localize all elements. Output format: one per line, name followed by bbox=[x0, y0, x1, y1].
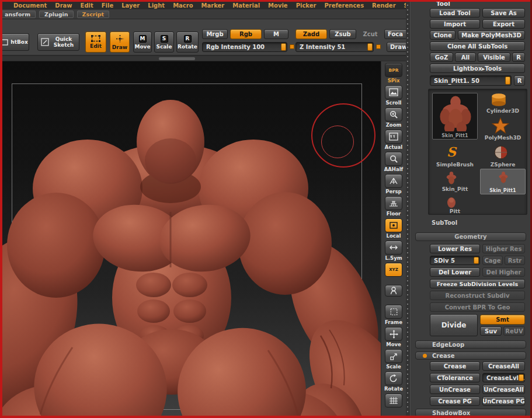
shelf-frame-button[interactable]: Frame bbox=[385, 305, 402, 325]
simplebrush-label[interactable]: SimpleBrush bbox=[429, 162, 481, 168]
smt-button[interactable]: Smt bbox=[480, 315, 525, 325]
move-button[interactable]: M Move bbox=[133, 32, 152, 53]
skin-pitt-label[interactable]: Skin_Pitt bbox=[429, 186, 481, 192]
make-polymesh3d-button[interactable]: Make PolyMesh3D bbox=[458, 30, 525, 40]
shelf-floor-button[interactable]: Floor bbox=[385, 196, 402, 217]
panel-divider[interactable] bbox=[406, 0, 410, 418]
menu-render[interactable]: Render bbox=[368, 2, 399, 9]
shelf-bpr-button[interactable]: BPR SPix bbox=[385, 63, 402, 83]
menu-movie[interactable]: Movie bbox=[264, 2, 292, 9]
menu-file[interactable]: File bbox=[98, 2, 117, 9]
crease-section-header[interactable]: Crease bbox=[415, 351, 526, 360]
shelf-scrollbar-handle[interactable] bbox=[159, 57, 195, 60]
uncrease-pg-button[interactable]: UnCrease PG bbox=[482, 396, 525, 406]
menu-zscript[interactable]: Zscript bbox=[77, 11, 109, 18]
pitt-label[interactable]: Pitt bbox=[429, 208, 481, 214]
menu-picker[interactable]: Picker bbox=[292, 2, 321, 9]
reuv-button[interactable]: ReUV bbox=[503, 326, 525, 336]
shelf-local-button[interactable]: Local bbox=[385, 218, 402, 239]
menu-draw[interactable]: Draw bbox=[51, 2, 76, 9]
higher-res-button[interactable]: Higher Res bbox=[482, 244, 525, 253]
m-button[interactable]: M bbox=[264, 29, 288, 39]
shelf-move-button[interactable]: Move bbox=[385, 327, 402, 347]
shelf-transp-button[interactable] bbox=[385, 285, 402, 303]
shelf-zoom-button[interactable]: Zoom bbox=[385, 107, 402, 128]
suv-button[interactable]: Suv bbox=[480, 326, 502, 336]
shelf-scroll-button[interactable]: Scroll bbox=[385, 85, 402, 106]
import-button[interactable]: Import bbox=[430, 19, 480, 29]
menu-light[interactable]: Light bbox=[144, 2, 169, 9]
shelf-scrollbar[interactable] bbox=[0, 55, 406, 61]
export-button[interactable]: Export bbox=[482, 19, 525, 29]
convert-bpr-button[interactable]: Convert BPR To Geo bbox=[430, 302, 525, 312]
polymesh3d-star-icon[interactable] bbox=[492, 117, 509, 134]
quick-sketch-button[interactable]: Quick Sketch bbox=[37, 33, 79, 51]
tool-r-button[interactable]: R bbox=[514, 75, 525, 86]
divide-button[interactable]: Divide bbox=[430, 314, 478, 336]
lightbox-button[interactable]: htBox bbox=[0, 33, 29, 51]
del-lower-button[interactable]: Del Lower bbox=[430, 267, 480, 277]
shelf-rotate-button[interactable]: Rotate bbox=[384, 371, 403, 392]
shelf-xyz-button[interactable]: XYZ bbox=[385, 263, 402, 283]
goz-all-button[interactable]: All bbox=[455, 53, 476, 62]
menu-material[interactable]: Material bbox=[228, 2, 264, 9]
creaselvl-slider[interactable]: CreaseLvl 15 bbox=[482, 373, 525, 382]
menu-document[interactable]: Document bbox=[9, 2, 51, 9]
draw-button[interactable]: Draw bbox=[110, 32, 130, 53]
rgb-intensity-slider[interactable]: Rgb Intensity 100 bbox=[202, 42, 287, 52]
z-intensity-nub[interactable] bbox=[376, 44, 381, 49]
lightbox-tools-button[interactable]: Lightbox▸Tools bbox=[430, 64, 525, 73]
shelf-scale-button[interactable]: Scale bbox=[385, 349, 402, 370]
crease-pg-button[interactable]: Crease PG bbox=[430, 396, 480, 406]
menu-preferences[interactable]: Preferences bbox=[320, 2, 368, 9]
save-as-button[interactable]: Save As bbox=[482, 8, 525, 18]
zsphere-icon[interactable] bbox=[494, 145, 508, 159]
rstr-button[interactable]: Rstr bbox=[505, 256, 525, 265]
clone-button[interactable]: Clone bbox=[430, 30, 455, 40]
lower-res-button[interactable]: Lower Res bbox=[430, 244, 480, 253]
shelf-aahalf-button[interactable]: AAHalf bbox=[384, 152, 404, 172]
cylinder3d-icon[interactable] bbox=[489, 93, 508, 107]
shelf-lsym-button[interactable]: L.Sym bbox=[385, 241, 402, 261]
z-intensity-slider[interactable]: Z Intensity 51 bbox=[295, 42, 374, 52]
menu-transform[interactable]: ansform bbox=[0, 11, 36, 18]
skin-pitt1-selected-thumbnail[interactable]: Skin_Pitt1 bbox=[480, 169, 526, 194]
rgb-intensity-handle[interactable] bbox=[281, 43, 286, 51]
scale-button[interactable]: S Scale bbox=[154, 32, 174, 53]
uncreaseall-button[interactable]: UnCreaseAll bbox=[482, 385, 525, 394]
subtool-section-header[interactable]: SubTool bbox=[415, 218, 526, 227]
cage-button[interactable]: Cage bbox=[482, 256, 503, 265]
zsphere-label[interactable]: ZSphere bbox=[480, 162, 526, 168]
active-tool-thumbnail[interactable]: Skin_Pitt1 bbox=[432, 93, 478, 140]
geometry-section-header[interactable]: Geometry bbox=[415, 232, 526, 241]
polymesh3d-label[interactable]: PolyMesh3D bbox=[480, 135, 526, 141]
uncrease-button[interactable]: UnCrease bbox=[430, 385, 480, 394]
menu-edit[interactable]: Edit bbox=[77, 2, 98, 9]
creaseall-button[interactable]: CreaseAll bbox=[482, 361, 525, 371]
clone-all-subtools-button[interactable]: Clone All SubTools bbox=[430, 41, 525, 51]
creaselvl-handle[interactable] bbox=[519, 374, 524, 381]
menu-macro[interactable]: Macro bbox=[169, 2, 197, 9]
zcut-button[interactable]: Zcut bbox=[359, 30, 382, 39]
shelf-persp-button[interactable]: Persp bbox=[385, 174, 402, 194]
shelf-partial-button[interactable] bbox=[385, 393, 402, 414]
zsub-button[interactable]: Zsub bbox=[329, 29, 356, 39]
menu-marker[interactable]: Marker bbox=[197, 2, 229, 9]
active-tool-slider-handle[interactable] bbox=[505, 76, 510, 85]
shelf-actual-button[interactable]: Actual bbox=[385, 130, 402, 150]
edgeloop-section-header[interactable]: EdgeLoop bbox=[415, 340, 526, 349]
load-tool-button[interactable]: Load Tool bbox=[430, 8, 480, 18]
edit-button[interactable]: Edit bbox=[85, 32, 106, 53]
reconstruct-subdiv-button[interactable]: Reconstruct Subdiv bbox=[430, 291, 525, 300]
menu-zplugin[interactable]: Zplugin bbox=[39, 11, 74, 18]
mrgb-button[interactable]: Mrgb bbox=[202, 29, 228, 39]
ctolerance-button[interactable]: CTolerance bbox=[430, 373, 480, 382]
document-canvas[interactable] bbox=[2, 61, 381, 416]
goz-visible-button[interactable]: Visible bbox=[478, 53, 510, 62]
goz-button[interactable]: GoZ bbox=[430, 53, 453, 62]
rgb-button[interactable]: Rgb bbox=[230, 29, 262, 39]
goz-r-button[interactable]: R bbox=[512, 53, 525, 62]
zadd-button[interactable]: Zadd bbox=[295, 29, 327, 39]
cylinder3d-label[interactable]: Cylinder3D bbox=[480, 108, 526, 114]
spix-label[interactable]: SPix bbox=[388, 78, 400, 83]
